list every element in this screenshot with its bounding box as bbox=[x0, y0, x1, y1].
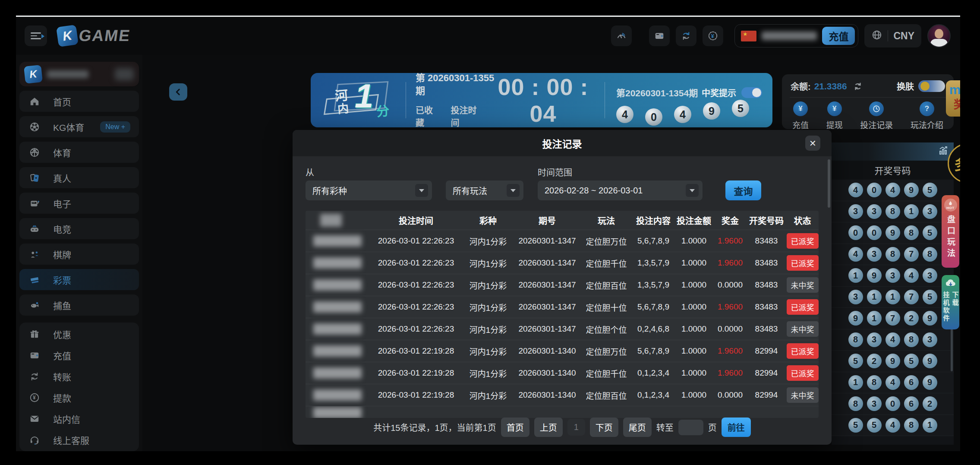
collapse-sidebar-button[interactable] bbox=[169, 83, 187, 101]
cell-content: 0,1,2,3,4 bbox=[633, 390, 674, 400]
page-unit-label: 页 bbox=[708, 421, 717, 433]
cell-issue: 20260301-1340 bbox=[514, 346, 580, 356]
sidebar-item-label: 捕鱼 bbox=[53, 299, 71, 312]
sidebar-item-basketball[interactable]: 体育 bbox=[19, 142, 139, 163]
query-button[interactable]: 查询 bbox=[725, 180, 761, 200]
sidebar-item-withdraw[interactable]: ¥提款 bbox=[19, 387, 139, 408]
sidebar-item-mail[interactable]: 站内信 bbox=[19, 408, 139, 429]
next-page-button[interactable]: 下页 bbox=[590, 418, 618, 437]
gamepad-icon bbox=[28, 223, 41, 234]
draw-ball: 4 bbox=[885, 375, 900, 390]
blurred-username-cell bbox=[313, 407, 362, 418]
gauge-icon[interactable] bbox=[611, 25, 632, 46]
draw-result-row: 52959 bbox=[832, 351, 954, 372]
cell-prize: 1.9600 bbox=[714, 302, 747, 312]
draw-ball: 3 bbox=[885, 268, 900, 283]
sidebar-item-chess[interactable]: 棋牌 bbox=[19, 244, 139, 265]
prev-page-button[interactable]: 上页 bbox=[534, 418, 563, 437]
sidebar-item-wallet[interactable]: 充值 bbox=[19, 345, 139, 366]
sidebar-toggle-button[interactable] bbox=[25, 25, 47, 46]
prize-pool-widget[interactable]: m🍇 奖 bbox=[946, 80, 960, 117]
close-modal-button[interactable]: ✕ bbox=[805, 136, 820, 151]
auto-bet-software-download-button[interactable]: 挂机软件下载 bbox=[942, 275, 959, 329]
cell-play: 定位胆万位 bbox=[580, 345, 633, 357]
blurred-username-cell bbox=[313, 257, 362, 269]
balance-action-yen[interactable]: ¥充值 bbox=[792, 101, 809, 130]
sidebar-item-gamepad[interactable]: 电竞 bbox=[19, 218, 139, 239]
sidebar-item-cards[interactable]: 真人 bbox=[19, 167, 139, 188]
column-header: 状态 bbox=[786, 214, 819, 227]
cell-issue: 20260301-1340 bbox=[514, 390, 580, 400]
cell-issue: 20260301-1347 bbox=[514, 258, 580, 268]
currency-label: CNY bbox=[893, 30, 914, 42]
go-button[interactable]: 前往 bbox=[722, 418, 751, 437]
handicap-play-button[interactable]: HOT 盘口玩法 bbox=[942, 195, 959, 268]
modal-scrollbar[interactable] bbox=[828, 159, 830, 208]
cell-bet-time: 2026-03-01 22:26:23 bbox=[370, 280, 462, 290]
draw-ball: 2 bbox=[867, 354, 882, 368]
sidebar-item-fish[interactable]: 捕鱼 bbox=[19, 294, 139, 316]
balance-action-question[interactable]: ?玩法介绍 bbox=[911, 101, 943, 130]
last-page-button[interactable]: 尾页 bbox=[623, 418, 652, 437]
refresh-balance-icon[interactable] bbox=[853, 82, 863, 91]
cell-lottery: 河内1分彩 bbox=[462, 367, 514, 379]
draw-ball: 7 bbox=[885, 311, 900, 326]
sidebar-item-home[interactable]: 首页 bbox=[19, 91, 139, 112]
sidebar-item-ticket[interactable]: 彩票 bbox=[19, 269, 139, 290]
lottery-type-select[interactable]: 所有彩种 bbox=[306, 180, 432, 200]
hot-flame-icon: HOT bbox=[944, 199, 957, 212]
win-tip-toggle[interactable] bbox=[741, 87, 762, 98]
cell-play: 定位胆十位 bbox=[580, 301, 633, 313]
cell-draw-number: 83483 bbox=[747, 258, 786, 268]
sidebar-item-slot[interactable]: 777电子 bbox=[19, 193, 139, 214]
draw-ball: 5 bbox=[732, 100, 749, 117]
cell-amount: 1.0000 bbox=[674, 324, 714, 334]
sidebar-user-card[interactable]: K bbox=[19, 62, 139, 86]
first-page-button[interactable]: 首页 bbox=[501, 418, 529, 437]
user-avatar[interactable] bbox=[927, 24, 951, 47]
draw-ball: 3 bbox=[867, 396, 882, 411]
wallet-icon[interactable] bbox=[649, 25, 670, 46]
cell-draw-number: 83483 bbox=[747, 236, 786, 246]
skin-toggle[interactable] bbox=[918, 80, 945, 92]
sidebar-item-headset[interactable]: 线上客服 bbox=[19, 429, 139, 450]
balance-card: 余额: 21.3386 换肤 ¥充值¥提现投注记录?玩法介绍 bbox=[782, 74, 954, 129]
last-draw-balls: 40495 bbox=[616, 103, 762, 120]
recharge-button[interactable]: 充值 bbox=[822, 27, 855, 45]
draw-ball: 4 bbox=[904, 268, 919, 283]
goto-page-input[interactable] bbox=[678, 420, 703, 435]
language-currency[interactable]: CNY bbox=[864, 24, 921, 47]
draw-ball: 7 bbox=[904, 290, 919, 304]
headset-icon bbox=[28, 434, 41, 446]
cell-play: 定位胆万位 bbox=[580, 235, 633, 247]
chart-icon[interactable] bbox=[938, 146, 948, 158]
yen-circle-icon[interactable]: ¥ bbox=[703, 25, 723, 46]
balance-action-clock[interactable]: 投注记录 bbox=[860, 101, 893, 130]
table-row: 2026-03-01 22:26:23河内1分彩20260301-1347定位胆… bbox=[306, 318, 819, 340]
sidebar-item-transfer[interactable]: 转账 bbox=[19, 366, 139, 387]
draw-ball: 8 bbox=[848, 396, 863, 411]
table-row: 2026-03-01 22:26:23河内1分彩20260301-1347定位胆… bbox=[306, 230, 819, 252]
sidebar-item-gift[interactable]: 优惠 bbox=[19, 323, 139, 345]
sidebar-item-soccer[interactable]: KG体育New + bbox=[19, 116, 139, 137]
refresh-icon[interactable] bbox=[676, 25, 696, 46]
table-row: 2026-03-01 22:26:23河内1分彩20260301-1347定位胆… bbox=[306, 296, 819, 318]
blurred-username-cell bbox=[313, 301, 362, 313]
date-range-select[interactable]: 2026-02-28 ~ 2026-03-01 bbox=[538, 180, 703, 200]
chess-icon bbox=[28, 249, 41, 260]
draw-result-row: 83062 bbox=[832, 393, 954, 415]
draw-ball: 4 bbox=[885, 183, 900, 197]
cell-content: 1,3,5,7,9 bbox=[633, 258, 674, 268]
cell-bet-time: 2026-03-01 22:26:23 bbox=[370, 324, 462, 334]
draw-result-row: 55481 bbox=[832, 415, 954, 437]
brand-logo[interactable]: K GAME bbox=[57, 26, 130, 46]
favorited-label[interactable]: 已收藏 bbox=[416, 104, 439, 127]
draw-ball: 9 bbox=[867, 268, 882, 283]
play-type-select[interactable]: 所有玩法 bbox=[446, 180, 523, 200]
balance-action-yen[interactable]: ¥提现 bbox=[826, 101, 843, 130]
balance-pill: ★ 充值 bbox=[734, 24, 858, 47]
draw-ball: 1 bbox=[923, 418, 937, 433]
from-label: 从 bbox=[306, 166, 314, 178]
cell-prize: 0.0000 bbox=[714, 280, 747, 290]
cell-content: 5,6,7,8,9 bbox=[633, 302, 674, 312]
